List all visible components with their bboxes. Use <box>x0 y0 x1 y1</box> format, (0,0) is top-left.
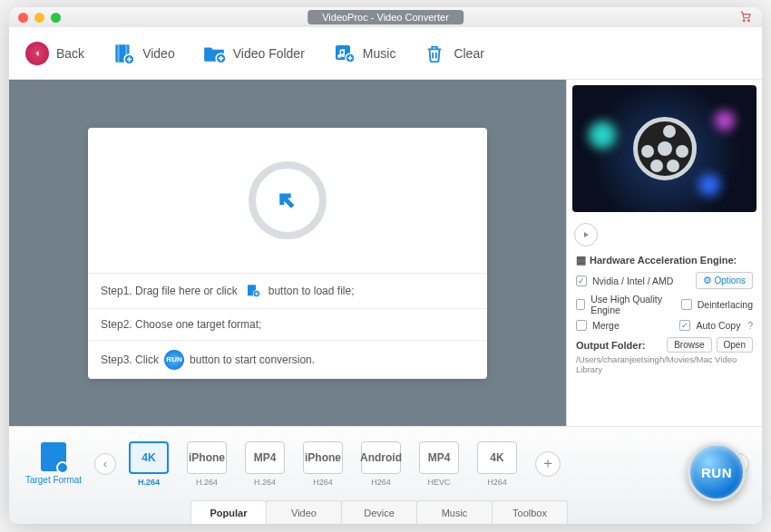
add-video-label: Video <box>142 46 175 61</box>
deinterlacing-checkbox[interactable] <box>681 299 692 310</box>
instruction-card: Step1. Drag file here or click button to… <box>88 128 487 379</box>
add-music-button[interactable]: Music <box>332 42 396 65</box>
hw-accel-checkbox[interactable] <box>576 276 587 286</box>
preset-codec: H264 <box>371 478 391 487</box>
steps-list: Step1. Drag file here or click button to… <box>88 273 487 379</box>
bottom-bar: Target Format ‹ 4KH.264iPhoneH.264MP4H.2… <box>9 426 762 524</box>
hq-engine-checkbox[interactable] <box>576 299 585 310</box>
arrow-up-left-icon <box>274 187 301 214</box>
preset-6[interactable]: 4KH264 <box>473 441 521 487</box>
close-window-button[interactable] <box>18 13 28 23</box>
window-title: VideoProc - Video Converter <box>307 10 464 24</box>
preset-badge: 4K <box>477 441 517 474</box>
drop-ring-icon <box>249 161 327 239</box>
browse-button[interactable]: Browse <box>667 337 711 353</box>
step2-text: Step2. Choose one target format; <box>101 318 261 331</box>
side-panel: ▦ Hardware Acceleration Engine: Nvidia /… <box>566 80 762 426</box>
tab-toolbox[interactable]: Toolbox <box>492 500 568 524</box>
preset-5[interactable]: MP4HEVC <box>415 441 463 487</box>
preset-4[interactable]: AndroidH264 <box>357 441 405 487</box>
output-folder-path: /Users/charanjeetsingh/Movies/Mac Video … <box>576 354 753 374</box>
hq-engine-label: Use High Quality Engine <box>590 294 676 315</box>
preset-badge: MP4 <box>245 441 285 474</box>
preset-codec: H.264 <box>196 478 218 487</box>
preset-codec: HEVC <box>427 478 450 487</box>
hw-accel-label: Nvidia / Intel / AMD <box>592 276 673 286</box>
add-video-button[interactable]: Video <box>112 42 175 65</box>
open-folder-button[interactable]: Open <box>717 337 753 353</box>
preset-codec: H.264 <box>254 478 276 487</box>
preset-badge: 4K <box>129 441 169 474</box>
app-window: VideoProc - Video Converter Back Video V… <box>9 7 762 524</box>
output-folder-row: Output Folder: Browse Open <box>576 337 753 353</box>
merge-label: Merge <box>592 320 620 331</box>
svg-point-1 <box>748 19 750 21</box>
run-mini-icon: RUN <box>164 350 184 370</box>
preset-badge: Android <box>361 441 401 474</box>
film-reel-icon <box>633 117 697 180</box>
svg-rect-3 <box>118 44 120 63</box>
svg-point-0 <box>743 19 745 21</box>
preset-codec: H264 <box>487 478 507 487</box>
preset-badge: iPhone <box>187 441 227 474</box>
format-row: Target Format ‹ 4KH.264iPhoneH.264MP4H.2… <box>9 427 762 500</box>
step3-text-a: Step3. Click <box>101 353 159 366</box>
back-button[interactable]: Back <box>25 42 84 65</box>
autocopy-label: Auto Copy <box>696 320 740 331</box>
run-button[interactable]: RUN <box>688 443 746 501</box>
preset-codec: H264 <box>313 478 333 487</box>
preset-list: 4KH.264iPhoneH.264MP4H.264iPhoneH264Andr… <box>125 441 521 487</box>
preset-3[interactable]: iPhoneH264 <box>299 441 346 487</box>
preset-0[interactable]: 4KH.264 <box>125 441 172 487</box>
music-icon <box>332 42 356 65</box>
titlebar: VideoProc - Video Converter <box>9 7 762 27</box>
hw-accel-title: Hardware Acceleration Engine: <box>590 255 737 266</box>
hw-options-label: Options <box>715 276 746 285</box>
video-file-icon <box>112 42 135 65</box>
step1-text-b: button to load file; <box>268 285 355 297</box>
target-format-icon <box>41 442 66 471</box>
preview-play-button[interactable] <box>574 223 598 247</box>
add-preset-button[interactable]: ＋ <box>535 451 561 477</box>
zoom-window-button[interactable] <box>51 13 61 23</box>
preview-pane <box>572 85 756 212</box>
tab-popular[interactable]: Popular <box>190 500 267 524</box>
target-format-section: Target Format <box>22 442 85 485</box>
preset-badge: MP4 <box>419 441 459 474</box>
step-2: Step2. Choose one target format; <box>88 308 487 340</box>
scroll-presets-left-button[interactable]: ‹ <box>94 453 116 475</box>
autocopy-checkbox[interactable] <box>679 320 690 331</box>
trash-icon <box>423 42 446 65</box>
merge-checkbox[interactable] <box>576 320 587 331</box>
preset-2[interactable]: MP4H.264 <box>241 441 288 487</box>
window-controls <box>18 13 61 23</box>
add-video-folder-button[interactable]: Video Folder <box>202 42 305 65</box>
hw-options-button[interactable]: ⚙ Options <box>696 272 753 289</box>
settings-panel: ▦ Hardware Acceleration Engine: Nvidia /… <box>567 247 762 382</box>
add-video-folder-label: Video Folder <box>233 46 305 61</box>
drop-stage: Step1. Drag file here or click button to… <box>9 80 566 426</box>
content-area: Step1. Drag file here or click button to… <box>9 80 762 426</box>
preset-1[interactable]: iPhoneH.264 <box>183 441 230 487</box>
step-3: Step3. Click RUN button to start convers… <box>88 340 487 379</box>
video-file-mini-icon <box>243 283 263 299</box>
minimize-window-button[interactable] <box>34 13 44 23</box>
run-label: RUN <box>701 465 732 480</box>
main-toolbar: Back Video Video Folder Music Clear <box>9 27 762 80</box>
help-icon[interactable]: ? <box>747 321 753 331</box>
clear-button[interactable]: Clear <box>423 42 483 65</box>
tab-music[interactable]: Music <box>416 500 493 524</box>
preset-badge: iPhone <box>303 441 343 474</box>
preset-codec: H.264 <box>138 478 160 487</box>
clear-label: Clear <box>454 46 483 61</box>
drop-zone[interactable] <box>88 128 487 273</box>
category-tabs: PopularVideoDeviceMusicToolbox <box>9 500 762 524</box>
deinterlacing-label: Deinterlacing <box>698 299 753 310</box>
hw-accel-heading: ▦ Hardware Acceleration Engine: <box>576 254 753 266</box>
step1-text-a: Step1. Drag file here or click <box>101 285 238 297</box>
output-folder-label: Output Folder: <box>576 340 645 351</box>
shopping-cart-icon[interactable] <box>738 10 753 25</box>
add-music-label: Music <box>363 46 396 61</box>
tab-device[interactable]: Device <box>341 500 417 524</box>
tab-video[interactable]: Video <box>266 500 342 524</box>
